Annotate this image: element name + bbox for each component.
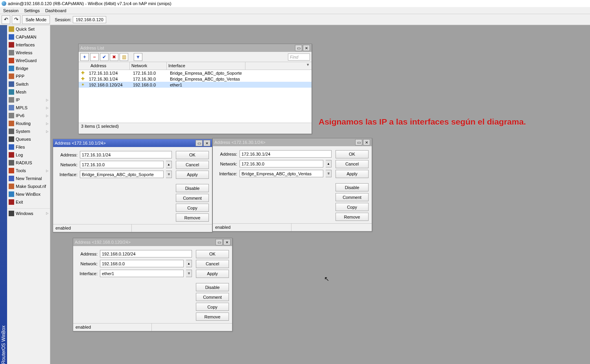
sidebar-item-quick-set[interactable]: Quick Set	[7, 25, 50, 33]
sidebar-icon	[9, 97, 14, 103]
sidebar-label: PPP	[16, 74, 24, 79]
comment-button[interactable]: Comment	[176, 194, 209, 202]
columns-menu-icon[interactable]: ▾	[304, 62, 312, 70]
network-updown[interactable]: ▲	[186, 260, 192, 267]
sidebar-item-wireguard[interactable]: WireGuard	[7, 57, 50, 64]
list-toolbar: + − ✔ ✖ ▥ ▼ Find	[79, 52, 312, 62]
sidebar-item-new-terminal[interactable]: New Terminal	[7, 175, 50, 182]
apply-button[interactable]: Apply	[176, 171, 209, 179]
close-button[interactable]: ✕	[303, 45, 310, 51]
column-header[interactable]: Network	[130, 62, 167, 70]
network-input[interactable]	[100, 260, 184, 267]
menu-settings[interactable]: Settings	[22, 7, 42, 14]
copy-button[interactable]: Copy	[196, 303, 229, 311]
comment-button[interactable]: Comment	[336, 193, 369, 201]
network-updown[interactable]: ▲	[326, 160, 332, 167]
sidebar-item-files[interactable]: Files	[7, 143, 50, 151]
dialog-titlebar[interactable]: Address <192.168.0.120/24> ▭ ✕	[73, 238, 232, 246]
sidebar-item-ipv6[interactable]: IPv6▷	[7, 112, 50, 119]
safe-mode-button[interactable]: Safe Mode	[22, 15, 50, 24]
cancel-button[interactable]: Cancel	[336, 160, 369, 168]
disable-button[interactable]: ✖	[110, 53, 118, 61]
remove-button[interactable]: Remove	[336, 213, 369, 221]
sidebar-item-system[interactable]: System▷	[7, 127, 50, 135]
interface-input[interactable]	[80, 171, 164, 178]
close-button[interactable]: ✕	[363, 139, 370, 145]
disable-button[interactable]: Disable	[336, 183, 369, 191]
interface-input[interactable]	[100, 270, 184, 277]
enable-button[interactable]: ✔	[100, 53, 109, 61]
dialog-titlebar[interactable]: Address <172.16.30.1/24> ▭ ✕	[213, 138, 372, 146]
sidebar-item-routing[interactable]: Routing▷	[7, 119, 50, 127]
window-titlebar[interactable]: Address List ▭ ✕	[79, 44, 312, 52]
sidebar-item-mpls[interactable]: MPLS▷	[7, 104, 50, 112]
remove-button[interactable]: Remove	[196, 313, 229, 321]
sidebar-item-capsman[interactable]: CAPsMAN	[7, 33, 50, 41]
remove-button[interactable]: Remove	[176, 213, 209, 222]
menu-dashboard[interactable]: Dashboard	[43, 7, 69, 14]
sidebar-item-interfaces[interactable]: Interfaces	[7, 41, 50, 49]
sidebar-item-ip[interactable]: IP▷	[7, 96, 50, 104]
network-input[interactable]	[240, 160, 323, 167]
address-input[interactable]	[80, 151, 172, 158]
sidebar-item-wireless[interactable]: Wireless	[7, 49, 50, 57]
menu-session[interactable]: Session	[1, 7, 21, 14]
address-input[interactable]	[100, 250, 192, 257]
sidebar-item-make-supout-rif[interactable]: Make Supout.rif	[7, 182, 50, 190]
copy-button[interactable]: Copy	[336, 203, 369, 211]
address-input[interactable]	[240, 150, 332, 158]
sidebar-item-queues[interactable]: Queues	[7, 135, 50, 143]
table-row[interactable]: ✚172.16.10.1/24172.16.10.0Bridge_Empresa…	[79, 70, 312, 76]
comment-button[interactable]: ▥	[120, 53, 128, 61]
sidebar-item-exit[interactable]: Exit	[7, 198, 50, 206]
vertical-tab[interactable]: RouterOS WinBox	[0, 25, 7, 364]
sidebar-icon	[9, 58, 14, 63]
filter-button[interactable]: ▼	[134, 53, 142, 61]
column-header[interactable]: Address	[89, 62, 130, 70]
interface-dropdown[interactable]: ∓	[186, 270, 192, 277]
dialog-titlebar[interactable]: Address <172.16.10.1/24> ▭ ✕	[53, 139, 212, 147]
ok-button[interactable]: OK	[336, 150, 369, 158]
sidebar-item-log[interactable]: Log	[7, 151, 50, 159]
sidebar-item-bridge[interactable]: Bridge	[7, 64, 50, 72]
sidebar-label: Windows	[16, 211, 33, 216]
sidebar-item-ppp[interactable]: PPP	[7, 72, 50, 80]
remove-button[interactable]: −	[90, 53, 99, 61]
sidebar-item-new-winbox[interactable]: New WinBox	[7, 190, 50, 198]
sidebar-item-radius[interactable]: RADIUS	[7, 159, 50, 167]
apply-button[interactable]: Apply	[196, 270, 229, 278]
disable-button[interactable]: Disable	[196, 283, 229, 291]
minimize-button[interactable]: ▭	[216, 239, 223, 245]
cancel-button[interactable]: Cancel	[196, 260, 229, 268]
minimize-button[interactable]: ▭	[195, 140, 203, 146]
sidebar-item-mesh[interactable]: Mesh	[7, 88, 50, 96]
cancel-button[interactable]: Cancel	[176, 161, 209, 169]
sidebar-item-windows[interactable]: Windows▷	[7, 208, 50, 217]
network-input[interactable]	[80, 161, 164, 168]
minimize-button[interactable]: ▭	[295, 45, 302, 51]
interface-input[interactable]	[240, 170, 323, 177]
table-row[interactable]: ✚172.16.30.1/24172.16.30.0Bridge_Empresa…	[79, 76, 312, 82]
add-button[interactable]: +	[80, 53, 89, 61]
ok-button[interactable]: OK	[196, 250, 229, 258]
ok-button[interactable]: OK	[176, 151, 209, 159]
interface-dropdown[interactable]: ∓	[166, 171, 172, 178]
network-updown[interactable]: ▲	[166, 161, 172, 168]
undo-button[interactable]: ↶	[2, 15, 10, 24]
apply-button[interactable]: Apply	[336, 170, 369, 178]
copy-button[interactable]: Copy	[176, 204, 209, 212]
disable-button[interactable]: Disable	[176, 184, 209, 192]
sidebar-item-switch[interactable]: Switch	[7, 80, 50, 88]
table-row[interactable]: ✶192.168.0.120/24192.168.0.0ether1	[79, 82, 312, 88]
row-flag-icon: ✚	[81, 70, 86, 75]
redo-button[interactable]: ↷	[12, 15, 20, 24]
column-header[interactable]: Interface	[167, 62, 245, 70]
find-input[interactable]: Find	[288, 53, 310, 61]
interface-dropdown[interactable]: ∓	[326, 170, 332, 177]
comment-button[interactable]: Comment	[196, 293, 229, 301]
sidebar-item-tools[interactable]: Tools▷	[7, 167, 50, 175]
close-button[interactable]: ✕	[203, 140, 210, 146]
close-button[interactable]: ✕	[223, 239, 230, 245]
minimize-button[interactable]: ▭	[355, 139, 362, 145]
address-label: Address:	[56, 153, 77, 157]
